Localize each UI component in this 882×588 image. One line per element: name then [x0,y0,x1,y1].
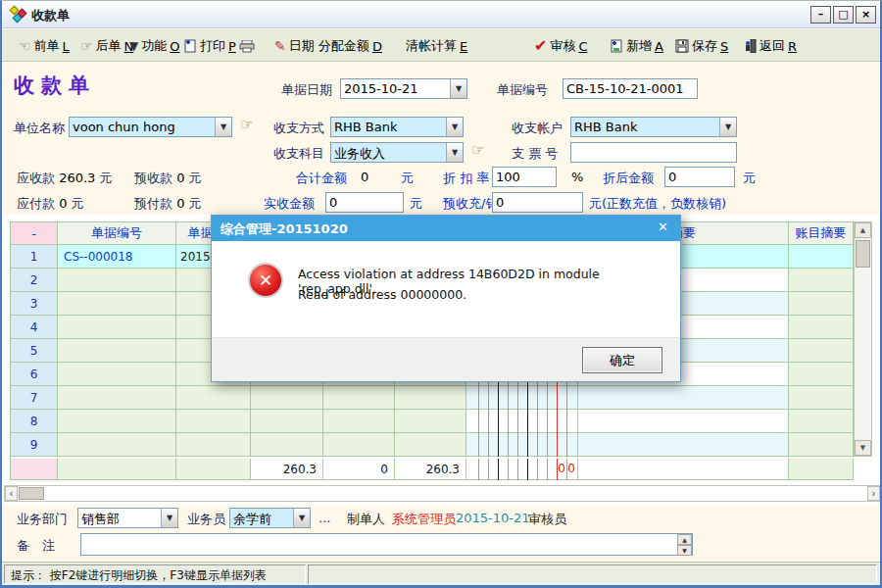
maximize-button[interactable]: □ [833,6,854,24]
chevron-down-icon[interactable]: ▼ [293,509,310,527]
grid-cell[interactable] [395,386,466,410]
ok-button[interactable]: 确定 [582,347,662,373]
grid-cell[interactable] [251,410,323,433]
grid-cell[interactable] [58,269,176,292]
save-button[interactable]: 保存S [675,37,728,55]
grid-cell[interactable] [58,363,176,386]
grid-cell[interactable] [466,433,578,457]
chevron-down-icon[interactable]: ▼ [215,118,231,136]
pointing-hand-icon[interactable]: ☞ [240,116,253,133]
row-number-cell[interactable]: 2 [11,269,58,292]
grid-cell[interactable] [323,386,395,410]
row-number-cell[interactable]: 6 [11,363,58,386]
discounted-input[interactable] [664,167,735,187]
grid-cell[interactable] [58,339,176,363]
scrollbar-thumb[interactable] [19,487,44,500]
clear-calc-button[interactable]: 清帐计算E [406,37,467,55]
actual-amount-input[interactable] [325,192,404,213]
doc-no-input[interactable] [563,78,698,99]
row-number-cell[interactable]: 5 [11,339,58,363]
functions-button[interactable]: ▼ 功能O [129,37,179,55]
cheque-no-input[interactable] [570,142,737,163]
grid-cell[interactable] [176,386,251,410]
doc-date-combo[interactable]: 2015-10-21▼ [340,78,467,99]
grid-cell[interactable] [789,386,854,410]
pay-subject-combo[interactable]: 业务收入▼ [330,142,464,163]
grid-cell[interactable] [251,386,323,410]
chevron-down-icon[interactable]: ▼ [719,118,736,136]
grid-cell[interactable] [58,386,176,410]
grid-cell[interactable] [789,410,854,433]
row-number-cell[interactable]: 8 [11,410,58,433]
grid-cell[interactable] [789,245,854,269]
prev-doc-button[interactable]: ☜ 前单L [19,37,70,55]
grid-cell[interactable] [789,363,854,386]
chevron-down-icon[interactable]: ▼ [161,509,177,527]
grid-cell[interactable] [578,433,789,457]
grid-cell[interactable] [58,292,176,316]
salesman-combo[interactable]: 余学前▼ [229,508,311,528]
grid-cell[interactable] [58,316,176,339]
writeoff-input[interactable] [492,192,583,213]
pointing-hand-icon[interactable]: ☞ [471,141,484,159]
grid-cell[interactable] [251,433,323,457]
scroll-up-icon[interactable]: ▲ [855,222,871,238]
chevron-down-icon[interactable]: ▼ [450,79,466,98]
receivable-label: 应收款 [17,171,55,185]
chevron-down-icon[interactable]: ▼ [446,143,463,162]
scroll-down-icon[interactable]: ▼ [855,440,871,456]
spinner-up-icon[interactable]: ▲ [677,534,692,545]
row-number-cell[interactable]: 7 [11,386,58,410]
grid-cell[interactable] [466,410,578,433]
pay-account-combo[interactable]: RHB Bank▼ [570,117,737,137]
dialog-body: ✕ Access violation at address 14B60D2D i… [212,241,680,339]
grid-cell[interactable] [323,410,395,433]
scroll-right-icon[interactable]: › [867,486,880,501]
add-button[interactable]: 新增A [610,37,663,55]
grid-cell[interactable] [789,292,854,316]
dept-combo[interactable]: 销售部▼ [77,508,178,528]
horizontal-scrollbar[interactable]: ‹ › [4,485,881,502]
grid-cell[interactable] [466,386,578,410]
more-ellipsis[interactable]: ... [318,511,330,525]
grid-cell[interactable] [58,433,176,457]
grid-cell[interactable] [395,410,466,433]
chevron-down-icon[interactable]: ▼ [446,118,463,136]
dialog-title: 综合管理-20151020 [220,220,348,238]
dialog-title-bar: 综合管理-20151020 ✕ [212,216,680,241]
memo-input[interactable] [80,533,693,556]
spinner-down-icon[interactable]: ▼ [677,545,692,556]
grid-cell[interactable] [789,339,854,363]
scroll-left-icon[interactable]: ‹ [5,486,18,501]
row-number-cell[interactable]: 3 [11,292,58,316]
unit-name-combo[interactable]: voon chun hong▼ [69,117,232,137]
row-number-cell[interactable]: 4 [11,316,58,339]
grid-cell[interactable] [578,386,789,410]
date-allocate-button[interactable]: ✎ 日期 分配金额D [274,37,382,55]
close-button[interactable]: × [856,6,876,24]
grid-cell[interactable] [789,316,854,339]
back-button[interactable]: 返回R [745,37,797,55]
minimize-button[interactable]: – [810,6,831,24]
grid-cell[interactable] [395,433,466,457]
grid-cell[interactable] [578,410,789,433]
discount-rate-input[interactable] [492,167,557,187]
row-number-cell[interactable]: 1 [11,245,58,269]
print-button[interactable]: 打印P [183,37,255,55]
audit-button[interactable]: ✔ 审核C [534,37,587,55]
pre-pay-label: 预付款 [134,196,172,211]
receivable-value: 260.3 [59,171,95,185]
grid-cell[interactable] [789,269,854,292]
next-doc-button[interactable]: ☞ 后单N [80,37,133,55]
vertical-scrollbar[interactable]: ▲ ▼ [854,221,872,457]
grid-cell[interactable] [176,410,251,433]
grid-cell[interactable] [176,433,251,457]
pay-method-combo[interactable]: RHB Bank▼ [330,117,464,137]
grid-cell[interactable]: CS--000018 [58,245,176,269]
scrollbar-thumb[interactable] [856,240,870,268]
dialog-close-icon[interactable]: ✕ [658,220,668,234]
grid-cell[interactable] [323,433,395,457]
grid-cell[interactable] [58,410,176,433]
row-number-cell[interactable]: 9 [11,433,58,457]
grid-cell[interactable] [789,433,854,457]
